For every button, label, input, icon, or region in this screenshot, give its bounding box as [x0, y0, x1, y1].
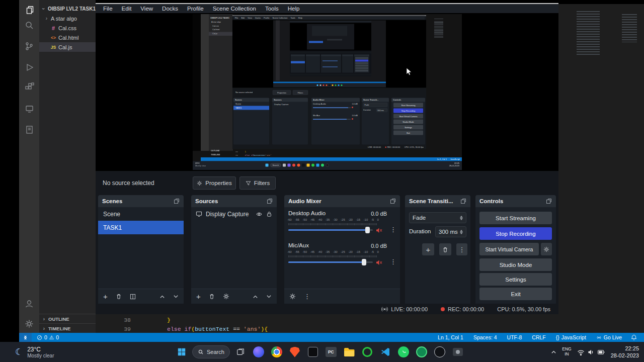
visibility-eye-icon[interactable]	[256, 211, 263, 217]
account-icon[interactable]	[19, 294, 39, 314]
file-row-cal-css[interactable]: # Cal.css	[39, 23, 96, 33]
stop-recording-button[interactable]: Stop Recording	[479, 227, 552, 240]
add-transition-button[interactable]: +	[422, 243, 434, 255]
media-app-icon[interactable]	[251, 344, 266, 359]
file-row-cal-js[interactable]: JS Cal.js	[39, 42, 96, 52]
eol-sequence[interactable]: CRLF	[531, 334, 546, 340]
remove-source-button[interactable]	[209, 293, 215, 300]
remote-explorer-icon[interactable]	[19, 99, 39, 119]
notebook-icon[interactable]	[19, 120, 39, 140]
menu-item[interactable]: Profile	[183, 6, 208, 12]
volume-slider[interactable]	[288, 258, 374, 266]
indentation[interactable]: Spaces: 4	[472, 334, 498, 340]
transition-select[interactable]: Fade	[409, 212, 466, 223]
task-view-icon[interactable]	[233, 344, 248, 359]
scene-item-scene[interactable]: Scene	[98, 207, 184, 221]
transitions-header[interactable]: Scene Transiti...	[405, 195, 470, 207]
go-live-button[interactable]: Go Live	[595, 334, 623, 340]
channel-menu-kebab[interactable]: ⋮	[390, 258, 396, 265]
chrome-icon[interactable]	[269, 344, 284, 359]
menu-item[interactable]: Tools	[261, 6, 283, 12]
scene-filters-button[interactable]	[130, 294, 136, 300]
file-explorer-icon[interactable]	[342, 344, 357, 359]
minimap[interactable]	[577, 11, 600, 56]
settings-gear-icon[interactable]	[19, 314, 39, 334]
source-properties-gear-icon[interactable]	[223, 293, 229, 300]
popout-icon[interactable]	[390, 198, 396, 204]
menu-item[interactable]: Scene Collection	[208, 6, 261, 12]
obs-preview-canvas[interactable]: OIBSIP LVL2 TASK1 A star algo Cal.css Ca…	[96, 13, 558, 171]
problems-indicator[interactable]: 0 ⚠ 0	[36, 334, 60, 340]
popout-icon[interactable]	[174, 198, 180, 204]
greenshot-icon[interactable]	[360, 344, 375, 359]
mute-speaker-icon[interactable]	[376, 259, 382, 265]
menu-item[interactable]: Help	[283, 6, 304, 12]
sources-header[interactable]: Sources	[191, 195, 277, 207]
lock-icon[interactable]	[266, 211, 272, 217]
mixer-menu-kebab[interactable]: ⋮	[304, 293, 310, 300]
green-app-icon[interactable]	[414, 344, 429, 359]
transition-menu-kebab[interactable]: ⋮	[456, 243, 467, 255]
file-row-a-star-algo[interactable]: › A star algo	[39, 14, 96, 23]
remote-indicator[interactable]	[19, 333, 32, 342]
spinner-arrows[interactable]	[460, 216, 463, 220]
menu-item[interactable]: View	[136, 6, 157, 12]
taskbar-clock[interactable]: 22:25 28-02-2023	[611, 345, 639, 359]
tray-chevron-up-icon[interactable]	[551, 350, 556, 354]
spinner-arrows[interactable]	[460, 230, 463, 234]
vscode-editor[interactable]: 38 } 39 else if(buttonText == 'ans'){	[96, 314, 644, 333]
encoding[interactable]: UTF-8	[506, 334, 523, 340]
advanced-audio-gear-icon[interactable]	[289, 293, 296, 300]
slider-handle[interactable]	[362, 259, 366, 265]
remove-scene-button[interactable]	[116, 293, 122, 300]
move-scene-down-button[interactable]	[173, 295, 179, 299]
weather-widget[interactable]: ☾ 23°C Mostly clear	[15, 346, 54, 358]
filters-button[interactable]: Filters	[239, 176, 276, 190]
vscode-icon[interactable]	[378, 344, 393, 359]
channel-menu-kebab[interactable]: ⋮	[390, 226, 396, 233]
start-virtual-camera-button[interactable]: Start Virtual Camera	[479, 243, 539, 255]
exit-button[interactable]: Exit	[479, 288, 552, 300]
scenes-header[interactable]: Scenes	[98, 195, 184, 207]
add-source-button[interactable]: +	[196, 293, 201, 300]
minimap-secondary[interactable]	[622, 14, 637, 42]
extensions-icon[interactable]	[19, 76, 39, 97]
add-scene-button[interactable]: +	[103, 293, 108, 300]
language-mode[interactable]: {}JavaScript	[555, 334, 587, 340]
file-row-cal-html[interactable]: <> Cal.html	[39, 33, 96, 42]
cursor-position[interactable]: Ln 1, Col 1	[437, 334, 464, 340]
explorer-root-folder[interactable]: › OIBSIP LVL2 TASK1	[39, 4, 96, 14]
settings-button[interactable]: Settings	[479, 273, 552, 286]
slider-handle[interactable]	[365, 227, 370, 233]
studio-mode-button[interactable]: Studio Mode	[479, 258, 552, 271]
properties-button[interactable]: Properties	[193, 176, 236, 190]
quick-settings[interactable]	[577, 349, 605, 355]
mute-speaker-icon[interactable]	[376, 227, 382, 233]
volume-slider[interactable]	[288, 226, 374, 234]
duration-spinbox[interactable]: 300 ms	[435, 226, 466, 237]
notifications-bell-icon[interactable]	[631, 334, 637, 341]
obs-icon[interactable]	[432, 344, 447, 359]
outline-section[interactable]: › OUTLINE	[39, 314, 96, 323]
popout-icon[interactable]	[460, 198, 466, 204]
mixer-header[interactable]: Audio Mixer	[284, 195, 400, 207]
menu-item[interactable]: Docks	[157, 6, 183, 12]
camera-app-icon[interactable]	[450, 344, 465, 359]
language-indicator[interactable]: ENG IN	[562, 347, 571, 357]
menu-item[interactable]: Edit	[117, 6, 136, 12]
move-scene-up-button[interactable]	[159, 295, 165, 299]
controls-header[interactable]: Controls	[475, 195, 556, 207]
source-item-display-capture[interactable]: Display Capture	[191, 207, 277, 221]
move-source-up-button[interactable]	[253, 295, 258, 299]
brave-icon[interactable]	[287, 344, 302, 359]
remove-transition-button[interactable]	[439, 243, 451, 255]
menu-item[interactable]: File	[99, 6, 117, 12]
scene-item-task1[interactable]: TASK1	[98, 221, 184, 234]
snipping-tool-icon[interactable]	[305, 344, 320, 359]
this-pc-icon[interactable]: PC	[324, 344, 339, 359]
start-streaming-button[interactable]: Start Streaming	[479, 212, 552, 224]
taskbar-search[interactable]: Search	[192, 345, 230, 358]
move-source-down-button[interactable]	[266, 295, 272, 299]
start-button[interactable]	[174, 344, 189, 359]
search-icon[interactable]	[19, 15, 39, 35]
